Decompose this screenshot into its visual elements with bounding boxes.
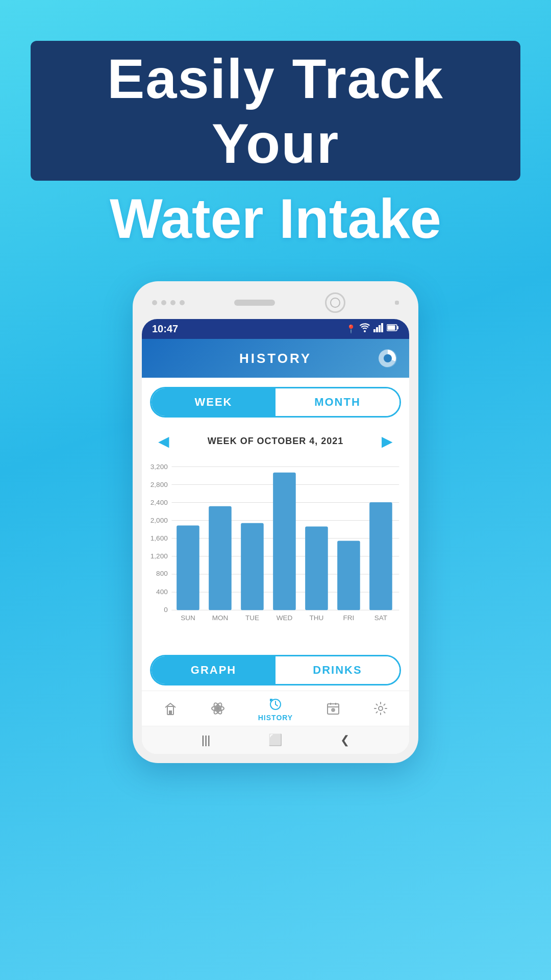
nav-home[interactable] xyxy=(163,701,178,718)
status-bar: 10:47 📍 xyxy=(142,319,409,339)
phone-camera-inner xyxy=(330,298,340,308)
bar-sun xyxy=(177,526,199,610)
nav-history-label: HISTORY xyxy=(258,714,293,722)
drinks-tab[interactable]: DRINKS xyxy=(276,656,399,684)
svg-text:2,400: 2,400 xyxy=(151,499,168,506)
phone-notch xyxy=(234,300,275,306)
battery-icon xyxy=(387,324,399,334)
svg-rect-5 xyxy=(388,326,395,330)
svg-text:FRI: FRI xyxy=(343,614,355,622)
svg-text:2,000: 2,000 xyxy=(151,517,168,524)
svg-text:2,800: 2,800 xyxy=(151,481,168,488)
week-nav: ◀ WEEK OF OCTOBER 4, 2021 ▶ xyxy=(142,427,409,454)
bar-tue xyxy=(241,523,264,610)
svg-rect-6 xyxy=(397,326,398,329)
week-tab[interactable]: WEEK xyxy=(152,388,276,416)
nav-calendar[interactable] xyxy=(326,701,340,718)
android-recents[interactable]: ||| xyxy=(202,733,210,747)
svg-rect-0 xyxy=(373,329,375,332)
bar-thu xyxy=(305,527,328,610)
signal-icon xyxy=(373,323,384,335)
svg-text:0: 0 xyxy=(164,606,168,614)
prev-week-button[interactable]: ◀ xyxy=(152,431,176,452)
svg-text:SAT: SAT xyxy=(374,614,387,622)
android-back[interactable]: ❮ xyxy=(340,733,349,747)
phone-dots xyxy=(152,300,185,305)
phone-camera xyxy=(325,292,345,313)
bar-sat xyxy=(369,502,392,610)
phone-mockup: 10:47 📍 xyxy=(133,281,418,763)
svg-point-47 xyxy=(379,706,383,710)
phone-screen: 10:47 📍 xyxy=(142,319,409,754)
bar-chart: 0 400 800 1,200 1,600 2,000 2,400 2,800 … xyxy=(142,454,409,648)
dot-3 xyxy=(170,300,176,305)
dot-4 xyxy=(180,300,185,305)
svg-text:TUE: TUE xyxy=(245,614,259,622)
svg-text:1,600: 1,600 xyxy=(151,534,168,542)
svg-text:WED: WED xyxy=(277,614,293,622)
chart-svg: 0 400 800 1,200 1,600 2,000 2,400 2,800 … xyxy=(147,454,404,648)
svg-text:MON: MON xyxy=(212,614,229,622)
svg-text:SUN: SUN xyxy=(181,614,195,622)
graph-tab[interactable]: GRAPH xyxy=(152,656,276,684)
week-month-toggle: WEEK MONTH xyxy=(150,387,401,418)
bar-fri xyxy=(337,541,360,610)
svg-rect-1 xyxy=(376,327,378,332)
pie-chart-icon[interactable] xyxy=(377,347,399,370)
bar-wed xyxy=(273,473,296,610)
dot-2 xyxy=(161,300,166,305)
nav-atom[interactable] xyxy=(211,701,225,718)
week-label: WEEK OF OCTOBER 4, 2021 xyxy=(208,436,344,447)
svg-text:THU: THU xyxy=(310,614,324,622)
svg-text:800: 800 xyxy=(156,570,168,577)
status-time: 10:47 xyxy=(152,323,178,335)
svg-text:1,200: 1,200 xyxy=(151,552,168,560)
status-icons: 📍 xyxy=(346,323,399,335)
app-title: HISTORY xyxy=(174,351,377,366)
svg-text:400: 400 xyxy=(156,588,168,596)
bar-mon xyxy=(209,506,232,610)
svg-rect-35 xyxy=(169,710,172,715)
android-nav-bar: ||| ⬜ ❮ xyxy=(142,726,409,754)
wifi-icon xyxy=(359,323,370,335)
nav-history[interactable]: HISTORY xyxy=(258,697,293,722)
svg-point-36 xyxy=(216,707,219,710)
graph-drinks-toggle: GRAPH DRINKS xyxy=(150,655,401,685)
svg-text:3,200: 3,200 xyxy=(151,463,168,471)
phone-side-btn xyxy=(395,301,399,305)
phone-top-bar xyxy=(142,292,409,319)
headline-line2: Water Intake xyxy=(31,186,520,251)
android-home[interactable]: ⬜ xyxy=(268,733,282,747)
bottom-nav: HISTORY xyxy=(142,691,409,726)
svg-rect-3 xyxy=(381,323,383,332)
svg-point-8 xyxy=(384,354,392,362)
svg-point-46 xyxy=(333,709,334,710)
dot-1 xyxy=(152,300,157,305)
headline-line1: Easily Track Your xyxy=(31,41,520,181)
header-section: Easily Track Your Water Intake xyxy=(0,41,551,251)
svg-rect-2 xyxy=(379,325,381,332)
next-week-button[interactable]: ▶ xyxy=(375,431,399,452)
month-tab[interactable]: MONTH xyxy=(276,388,399,416)
nav-settings[interactable] xyxy=(373,701,388,718)
location-icon: 📍 xyxy=(346,324,356,334)
app-header: HISTORY xyxy=(142,339,409,378)
